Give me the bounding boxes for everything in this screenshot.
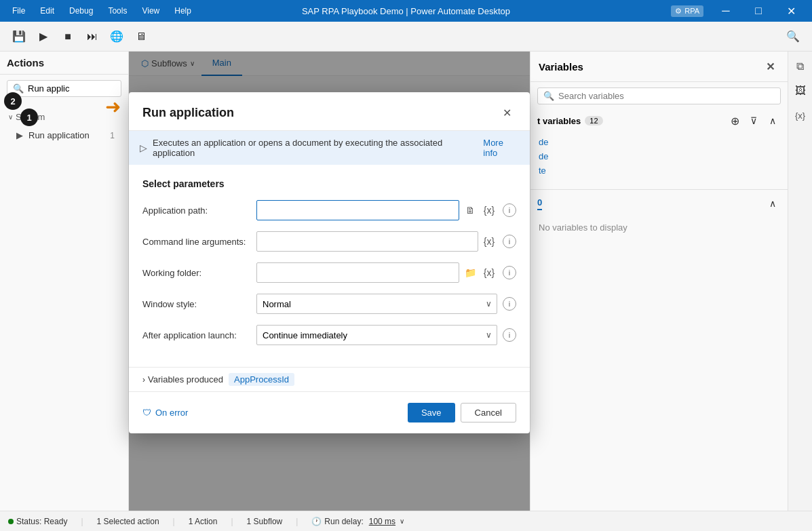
shield-icon: 🛡 <box>142 408 151 418</box>
modal-overlay: Run application ✕ ▷ Executes an applicat… <box>129 52 530 511</box>
no-variables-text: No variables to display <box>530 214 788 241</box>
cmd-args-var-button[interactable]: {x} <box>481 233 497 250</box>
window-style-field: Normal Maximized Minimized Hidden ∨ <box>256 294 497 314</box>
app-path-var-button[interactable]: {x} <box>481 202 497 218</box>
search-input[interactable] <box>28 83 115 94</box>
expand-section-button[interactable]: ∧ <box>765 195 781 212</box>
app-process-id-tag[interactable]: AppProcessId <box>229 373 294 386</box>
window-style-info-icon[interactable]: i <box>503 297 516 311</box>
window-title: SAP RPA Playbook Demo | Power Automate D… <box>302 6 510 16</box>
play-icon: ▷ <box>140 142 147 153</box>
main-layout: Actions 🔍 1 ∨ System ▶ Run application 1… <box>0 52 812 511</box>
variables-panel: Variables ✕ 🔍 t variables 12 ⊕ ⊽ ∧ de <box>530 52 788 511</box>
step-badge-1: 1 <box>20 109 38 126</box>
menu-file[interactable]: File <box>5 3 32 18</box>
add-variable-button[interactable]: ⊕ <box>727 113 743 129</box>
selected-action-count: 1 Selected action <box>97 517 159 526</box>
modal-footer: 🛡 On error Save Cancel <box>129 391 530 433</box>
desktop-button[interactable]: 🖥 <box>130 26 152 47</box>
status-ready: Status: Ready <box>8 517 67 526</box>
next-step-button[interactable]: ⏭ <box>81 26 103 47</box>
app-path-input[interactable] <box>256 200 459 220</box>
search-button[interactable]: 🔍 <box>782 26 804 47</box>
modal-body: Select parameters Application path: 🗎 {x… <box>129 168 530 367</box>
on-error-button[interactable]: 🛡 On error <box>142 408 188 418</box>
cancel-button[interactable]: Cancel <box>461 403 516 422</box>
variables-produced-toggle[interactable]: › Variables produced <box>142 374 223 385</box>
menu-help[interactable]: Help <box>168 3 198 18</box>
web-button[interactable]: 🌐 <box>106 26 128 47</box>
variables-search-box: 🔍 <box>537 87 781 104</box>
after-launch-field: Continue immediately Wait for applicatio… <box>256 325 497 345</box>
cmd-args-info-icon[interactable]: i <box>503 235 516 248</box>
action-count: 1 Action <box>189 517 218 526</box>
working-folder-row: Working folder: 📁 {x} i <box>142 262 516 283</box>
after-launch-label: After application launch: <box>142 330 251 340</box>
save-button[interactable]: Save <box>408 403 455 422</box>
close-right-icon[interactable]: {x} <box>791 106 810 125</box>
play-circle-icon: ▶ <box>16 130 23 140</box>
run-application-item[interactable]: ▶ Run application 1 <box>8 126 120 144</box>
t-variables-section: t variables 12 ⊕ ⊽ ∧ <box>530 110 788 132</box>
cmd-args-field: {x} <box>256 231 497 252</box>
menu-bar[interactable]: File Edit Debug Tools View Help <box>5 3 198 18</box>
arrow-annotation: ➜ <box>105 96 121 118</box>
modal-info-bar: ▷ Executes an application or opens a doc… <box>129 131 530 165</box>
after-launch-row: After application launch: Continue immed… <box>142 325 516 345</box>
menu-view[interactable]: View <box>135 3 166 18</box>
variables-search-area: 🔍 <box>530 82 788 110</box>
var-item-de1: de <box>539 137 779 147</box>
run-button[interactable]: ▶ <box>33 26 54 47</box>
variables-panel-title: Variables <box>539 61 583 73</box>
collapse-button[interactable]: ∧ <box>765 113 781 129</box>
actions-panel: Actions 🔍 1 ∨ System ▶ Run application 1… <box>0 52 129 511</box>
after-launch-select[interactable]: Continue immediately Wait for applicatio… <box>256 325 497 345</box>
working-folder-info-icon[interactable]: i <box>503 266 516 279</box>
menu-edit[interactable]: Edit <box>33 3 61 18</box>
after-launch-info-icon[interactable]: i <box>503 328 516 342</box>
section-title: Select parameters <box>142 178 516 189</box>
working-folder-input[interactable] <box>256 262 459 283</box>
image-icon[interactable]: 🖼 <box>791 81 810 100</box>
run-delay-value: 100 ms <box>369 517 395 526</box>
app-path-label: Application path: <box>142 205 251 216</box>
search-icon: 🔍 <box>543 91 554 101</box>
cmd-args-input[interactable] <box>256 231 478 252</box>
close-button[interactable]: ✕ <box>775 0 807 22</box>
variables-panel-close[interactable]: ✕ <box>760 57 779 76</box>
app-path-info-icon[interactable]: i <box>503 203 516 217</box>
window-style-select[interactable]: Normal Maximized Minimized Hidden <box>256 294 497 314</box>
window-style-row: Window style: Normal Maximized Minimized… <box>142 294 516 314</box>
menu-debug[interactable]: Debug <box>62 3 100 18</box>
t-variables-label: t variables <box>537 116 581 126</box>
variables-search-input[interactable] <box>558 91 775 101</box>
save-icon: 💾 <box>12 30 26 43</box>
modal-close-button[interactable]: ✕ <box>497 103 516 122</box>
var-item-te: te <box>539 165 779 176</box>
working-folder-var-button[interactable]: {x} <box>481 264 497 281</box>
cmd-args-label: Command line arguments: <box>142 237 251 247</box>
window-style-label: Window style: <box>142 299 251 309</box>
working-folder-browse-button[interactable]: 📁 <box>462 264 478 281</box>
far-right-panel: ⧉ 🖼 {x} <box>788 52 812 511</box>
globe-icon: 🌐 <box>110 30 123 43</box>
menu-tools[interactable]: Tools <box>101 3 134 18</box>
title-bar: File Edit Debug Tools View Help SAP RPA … <box>0 0 812 22</box>
maximize-button[interactable]: □ <box>743 0 774 22</box>
save-button[interactable]: 💾 <box>8 26 30 47</box>
subflow-count: 1 Subflow <box>247 517 283 526</box>
flow-variables-section: 0 ∧ <box>530 189 788 214</box>
status-bar: Status: Ready | 1 Selected action | 1 Ac… <box>0 511 812 531</box>
layers-icon[interactable]: ⧉ <box>791 57 810 76</box>
modal-header: Run application ✕ <box>129 92 530 131</box>
filter-button[interactable]: ⊽ <box>746 113 762 129</box>
minimize-button[interactable]: ─ <box>710 0 741 22</box>
stop-button[interactable]: ■ <box>57 26 79 47</box>
center-panel: ⬡ Subflows ∨ Main Run application ✕ ▷ Ex… <box>129 52 530 511</box>
more-info-link[interactable]: More info <box>483 138 519 158</box>
app-path-file-button[interactable]: 🗎 <box>462 202 478 218</box>
run-delay-item: 🕐 Run delay: 100 ms ∨ <box>311 517 404 526</box>
step-badge-2: 2 <box>4 92 22 110</box>
app-path-row: Application path: 🗎 {x} i <box>142 200 516 220</box>
window-controls: ⚙ RPA ─ □ ✕ <box>671 0 807 22</box>
